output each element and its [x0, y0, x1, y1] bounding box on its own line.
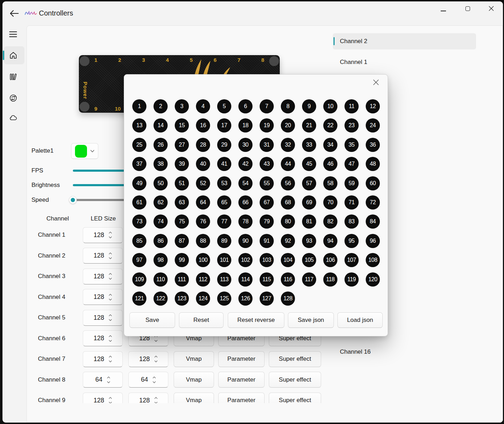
pad-number-button[interactable]: 60: [366, 176, 380, 190]
pad-number-button[interactable]: 112: [196, 272, 210, 287]
pad-number-button[interactable]: 95: [344, 234, 359, 248]
pad-number-button[interactable]: 59: [344, 176, 359, 190]
pad-number-button[interactable]: 77: [217, 214, 231, 229]
pad-number-button[interactable]: 121: [132, 292, 146, 306]
pad-number-button[interactable]: 117: [302, 272, 316, 287]
pad-number-button[interactable]: 111: [175, 272, 189, 287]
pad-number-button[interactable]: 61: [132, 195, 146, 210]
pad-number-button[interactable]: 24: [366, 118, 380, 132]
pad-number-button[interactable]: 88: [196, 234, 210, 248]
pad-number-button[interactable]: 116: [281, 272, 295, 287]
pad-number-button[interactable]: 19: [260, 118, 274, 132]
pad-number-button[interactable]: 42: [238, 157, 253, 171]
save-json-button[interactable]: Save json: [288, 312, 334, 328]
load-json-button[interactable]: Load json: [337, 312, 383, 328]
slider-thumb[interactable]: [69, 196, 77, 204]
pad-number-button[interactable]: 30: [238, 138, 253, 152]
pad-number-button[interactable]: 41: [217, 157, 231, 171]
pad-number-button[interactable]: 29: [217, 138, 231, 152]
pad-number-button[interactable]: 90: [238, 234, 253, 248]
super-effect-button[interactable]: Super effect: [269, 351, 321, 367]
pad-number-button[interactable]: 68: [281, 195, 295, 210]
vmap-button[interactable]: Vmap: [174, 372, 214, 388]
reset-reverse-button[interactable]: Reset reverse: [228, 312, 284, 328]
back-button[interactable]: [10, 10, 19, 17]
pad-number-button[interactable]: 118: [323, 272, 337, 287]
pad-number-button[interactable]: 51: [175, 176, 189, 190]
pad-number-button[interactable]: 16: [196, 118, 210, 132]
pad-number-button[interactable]: 92: [281, 234, 295, 248]
pad-number-button[interactable]: 76: [196, 214, 210, 229]
led-size-spinner[interactable]: 128: [83, 227, 123, 243]
save-button[interactable]: Save: [129, 312, 175, 328]
pad-number-button[interactable]: 39: [175, 157, 189, 171]
parameter-button[interactable]: Parameter: [218, 372, 265, 388]
pad-number-button[interactable]: 17: [217, 118, 231, 132]
pad-number-button[interactable]: 1: [132, 99, 146, 113]
palette-dropdown[interactable]: [71, 143, 98, 159]
pad-number-button[interactable]: 44: [281, 157, 295, 171]
pad-number-button[interactable]: 87: [175, 234, 189, 248]
led-size-spinner[interactable]: 64: [83, 372, 123, 388]
pad-number-button[interactable]: 28: [196, 138, 210, 152]
pad-number-button[interactable]: 3: [175, 99, 189, 113]
pad-number-button[interactable]: 43: [260, 157, 274, 171]
cloud-icon[interactable]: [9, 113, 18, 122]
pad-number-button[interactable]: 103: [260, 253, 274, 267]
pad-number-button[interactable]: 82: [323, 214, 337, 229]
pad-number-button[interactable]: 93: [302, 234, 316, 248]
minimize-button[interactable]: [441, 11, 446, 11]
pad-number-button[interactable]: 81: [302, 214, 316, 229]
pad-number-button[interactable]: 45: [302, 157, 316, 171]
pad-number-button[interactable]: 35: [344, 138, 359, 152]
pad-number-button[interactable]: 67: [260, 195, 274, 210]
close-window-button[interactable]: [489, 6, 494, 11]
pad-number-button[interactable]: 64: [196, 195, 210, 210]
pad-number-button[interactable]: 46: [323, 157, 337, 171]
channel-list-item[interactable]: Channel 1: [333, 54, 476, 70]
pad-number-button[interactable]: 27: [175, 138, 189, 152]
pad-number-button[interactable]: 122: [153, 292, 168, 306]
pad-number-button[interactable]: 7: [260, 99, 274, 113]
pad-number-button[interactable]: 65: [217, 195, 231, 210]
pad-number-button[interactable]: 104: [281, 253, 295, 267]
led-size-spinner[interactable]: 128: [83, 330, 123, 346]
led-size-spinner[interactable]: 128: [83, 269, 123, 284]
led-size-spinner[interactable]: 128: [83, 351, 123, 367]
sync-icon[interactable]: [9, 94, 18, 102]
super-effect-button[interactable]: Super effect: [269, 393, 321, 404]
channel-list-item[interactable]: Channel 2: [333, 33, 476, 49]
vmap-button[interactable]: Vmap: [174, 393, 214, 404]
pad-number-button[interactable]: 79: [260, 214, 274, 229]
pad-number-button[interactable]: 98: [153, 253, 168, 267]
pad-number-button[interactable]: 55: [260, 176, 274, 190]
pad-number-button[interactable]: 73: [132, 214, 146, 229]
pad-number-button[interactable]: 69: [302, 195, 316, 210]
pad-number-button[interactable]: 70: [323, 195, 337, 210]
pad-number-button[interactable]: 5: [217, 99, 231, 113]
pad-number-button[interactable]: 91: [260, 234, 274, 248]
pad-number-button[interactable]: 63: [175, 195, 189, 210]
pad-number-button[interactable]: 56: [281, 176, 295, 190]
pad-number-button[interactable]: 113: [217, 272, 231, 287]
pad-number-button[interactable]: 83: [344, 214, 359, 229]
pad-number-button[interactable]: 96: [366, 234, 380, 248]
pad-number-button[interactable]: 49: [132, 176, 146, 190]
channel-list-item[interactable]: Channel 16: [333, 344, 476, 360]
pad-number-button[interactable]: 110: [153, 272, 168, 287]
pad-number-button[interactable]: 101: [217, 253, 231, 267]
parameter-button[interactable]: Parameter: [218, 351, 265, 367]
menu-icon[interactable]: [9, 31, 17, 37]
pad-number-button[interactable]: 2: [153, 99, 168, 113]
pad-number-button[interactable]: 20: [281, 118, 295, 132]
led-size-spinner[interactable]: 128: [83, 248, 123, 264]
pad-number-button[interactable]: 85: [132, 234, 146, 248]
pad-number-button[interactable]: 6: [238, 99, 253, 113]
pad-number-button[interactable]: 12: [366, 99, 380, 113]
pad-number-button[interactable]: 108: [366, 253, 380, 267]
pad-number-button[interactable]: 106: [323, 253, 337, 267]
pad-number-button[interactable]: 105: [302, 253, 316, 267]
pad-number-button[interactable]: 74: [153, 214, 168, 229]
pad-number-button[interactable]: 102: [238, 253, 253, 267]
parameter-button[interactable]: Parameter: [218, 393, 265, 404]
